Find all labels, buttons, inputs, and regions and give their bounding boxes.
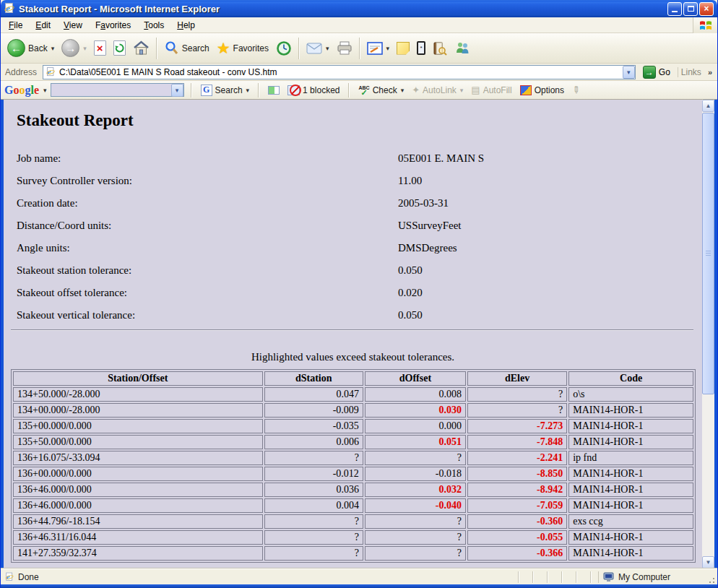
address-dropdown-icon[interactable]: ▾ [623, 66, 635, 79]
table-cell: -0.040 [365, 498, 466, 513]
address-input[interactable]: e C:\Data\05E001 E MAIN S Road stakeout … [43, 65, 636, 79]
google-search-dropdown-icon[interactable]: ▾ [171, 84, 183, 97]
scroll-up-icon[interactable]: ▲ [702, 100, 714, 112]
spellcheck-button[interactable]: ABC✓ Check ▾ [356, 84, 406, 97]
mail-dropdown-icon[interactable]: ▾ [326, 45, 329, 52]
links-menu[interactable]: Links [678, 67, 704, 77]
table-cell: -0.009 [264, 403, 363, 418]
messenger-people-icon [454, 41, 470, 55]
google-search-input[interactable]: ▾ [51, 83, 184, 97]
go-label: Go [659, 67, 670, 77]
edit-dropdown-icon[interactable]: ▾ [386, 45, 390, 52]
popup-blocker-button[interactable]: 1 blocked [285, 84, 342, 97]
page-title: Stakeout Report [17, 111, 702, 130]
table-row: 136+46.000/0.0000.0360.032-8.942MAIN14-H… [13, 483, 693, 497]
mobile-favorites-button[interactable]: * [413, 39, 429, 57]
toolbar-separator [298, 38, 300, 59]
menu-tools[interactable]: Tools [137, 18, 170, 33]
autofill-button[interactable]: ▤ AutoFill [469, 83, 514, 97]
autolink-button[interactable]: ✦ AutoLink ▾ [410, 83, 465, 97]
table-cell: ? [467, 387, 567, 402]
info-value: 05E001 E. MAIN S [398, 152, 484, 165]
menu-file[interactable]: File [2, 18, 29, 33]
status-page-icon: e [6, 572, 14, 581]
google-logo-dropdown-icon[interactable]: ▾ [43, 87, 47, 94]
pagerank-button[interactable] [266, 85, 282, 96]
edit-icon [367, 42, 383, 55]
menu-favorites[interactable]: Favorites [89, 18, 137, 33]
mobile-device-icon: * [417, 41, 425, 55]
scrollbar-track[interactable] [702, 395, 714, 556]
table-cell: -7.059 [467, 498, 567, 513]
scroll-down-icon[interactable]: ▼ [702, 556, 714, 568]
resize-grip[interactable] [706, 575, 716, 584]
info-row: Survey Controller version:11.00 [4, 170, 702, 192]
back-label: Back [28, 43, 48, 53]
menu-edit[interactable]: Edit [29, 18, 57, 33]
research-book-icon [433, 41, 447, 56]
popup-blocked-count: 1 blocked [303, 85, 339, 95]
windows-flag-icon [693, 17, 717, 33]
print-button[interactable] [333, 39, 356, 57]
info-label: Angle units: [17, 242, 70, 254]
info-label: Distance/Coord units: [17, 220, 111, 232]
table-cell: -0.035 [264, 419, 363, 433]
history-icon [276, 40, 292, 56]
scrollbar-thumb[interactable] [702, 113, 714, 394]
spellcheck-dropdown-icon[interactable]: ▾ [401, 87, 405, 94]
back-dropdown-icon[interactable]: ▾ [51, 45, 55, 52]
history-button[interactable] [272, 38, 295, 59]
address-value: C:\Data\05E001 E MAIN S Road stakeout - … [59, 67, 620, 77]
table-cell: ? [264, 451, 363, 465]
table-cell: 141+27.359/32.374 [13, 546, 263, 561]
status-message-pane: e Done [2, 571, 511, 583]
edit-button[interactable]: ▾ [363, 40, 394, 57]
home-button[interactable] [129, 38, 153, 58]
menu-help[interactable]: Help [170, 18, 202, 33]
table-row: 135+00.000/0.000-0.0350.000-7.273MAIN14-… [13, 419, 693, 433]
table-row: 134+00.000/-28.000-0.0090.030?MAIN14-HOR… [13, 403, 693, 418]
google-search-button[interactable]: G Search ▾ [199, 83, 252, 98]
forward-dropdown-icon[interactable]: ▾ [83, 45, 87, 52]
address-label: Address [3, 67, 39, 77]
table-cell: -0.055 [467, 530, 567, 545]
table-header-cell: Station/Offset [13, 371, 263, 386]
info-label: Survey Controller version: [17, 175, 132, 187]
stop-button[interactable]: × [90, 38, 110, 58]
options-button[interactable]: Options [518, 84, 566, 97]
google-search-label: Search [215, 85, 243, 95]
forward-icon: → [61, 39, 79, 57]
close-button[interactable]: × [699, 2, 714, 16]
back-icon: ← [7, 39, 25, 57]
info-label: Stakeout vertical tolerance: [17, 309, 135, 321]
maximize-button[interactable] [683, 2, 698, 16]
minimize-button[interactable] [667, 2, 682, 16]
table-cell: MAIN14-HOR-1 [568, 467, 693, 481]
discuss-button[interactable] [393, 40, 413, 57]
highlighter-button[interactable]: ✎ [570, 83, 582, 97]
search-button[interactable]: Search [160, 38, 213, 58]
vertical-scrollbar[interactable]: ▲ ▼ [702, 100, 714, 568]
favorites-button[interactable]: ★ Favorites [213, 39, 272, 58]
google-logo[interactable]: Google [4, 84, 39, 97]
table-cell: -7.273 [467, 419, 567, 433]
research-button[interactable] [429, 39, 451, 58]
google-search-button-dropdown-icon[interactable]: ▾ [246, 87, 250, 94]
spellcheck-label: Check [373, 85, 397, 95]
links-chevron-icon[interactable]: » [708, 68, 715, 77]
table-cell: 136+00.000/0.000 [13, 467, 263, 481]
forward-button[interactable]: → ▾ [58, 37, 90, 59]
table-cell: 134+50.000/-28.000 [13, 387, 263, 402]
menu-view[interactable]: View [57, 18, 89, 33]
table-cell: 136+46.311/16.044 [13, 530, 263, 545]
autolink-dropdown-icon[interactable]: ▾ [460, 87, 464, 94]
google-toolbar: Google ▾ ▾ G Search ▾ 1 blocked ABC✓ Che… [1, 81, 717, 100]
table-cell: 0.047 [264, 387, 363, 402]
print-icon [337, 41, 352, 55]
go-button[interactable]: → Go [639, 65, 674, 79]
mail-button[interactable]: ▾ [303, 40, 333, 56]
back-button[interactable]: ← Back ▾ [4, 37, 58, 59]
messenger-button[interactable] [451, 39, 474, 57]
search-icon [164, 40, 179, 56]
refresh-button[interactable] [110, 38, 129, 58]
